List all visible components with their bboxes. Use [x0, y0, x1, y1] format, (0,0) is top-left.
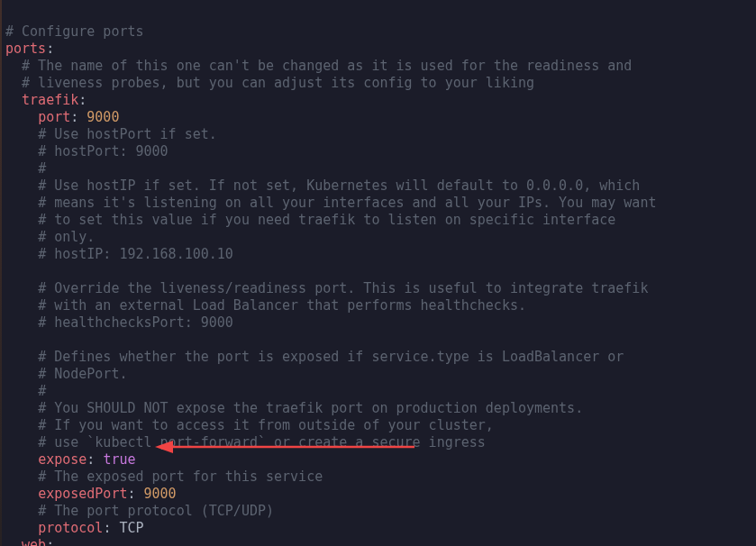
code-token: expose — [38, 451, 87, 468]
code-token: 9000 — [87, 109, 119, 125]
code-token: # only. — [38, 229, 95, 245]
code-token: # hostIP: 192.168.100.10 — [38, 246, 233, 262]
code-token: # Use hostPort if set. — [38, 126, 217, 142]
code-token: # — [38, 383, 46, 399]
code-token: # liveness probes, but you can adjust it… — [22, 75, 534, 91]
code-token: TCP — [111, 520, 143, 536]
code-token: true — [103, 451, 135, 468]
code-token: : — [46, 537, 54, 546]
code-block: # Configure ports ports: # The name of t… — [5, 23, 656, 546]
code-token: port — [38, 109, 70, 125]
code-token: : — [46, 41, 54, 57]
code-token: protocol — [38, 520, 103, 536]
code-token: exposedPort — [38, 486, 127, 502]
code-token: # The port protocol (TCP/UDP) — [38, 503, 274, 519]
code-token: : — [87, 451, 103, 468]
code-token: # — [38, 160, 46, 177]
code-token: ports — [5, 41, 46, 57]
code-token: : — [70, 109, 87, 125]
editor-left-border — [0, 0, 2, 546]
code-token: # The exposed port for this service — [38, 469, 323, 485]
code-token: # If you want to access it from outside … — [38, 417, 494, 433]
code-token: web — [22, 537, 46, 546]
code-token: # hostPort: 9000 — [38, 143, 169, 159]
code-token: : — [127, 486, 143, 502]
code-token: # to set this value if you need traefik … — [38, 212, 615, 228]
code-token: # NodePort. — [38, 366, 127, 382]
code-token: # use `kubectl port-forward` or create a… — [38, 434, 486, 450]
code-token: # means it's listening on all your inter… — [38, 195, 656, 211]
code-token: # Override the liveness/readiness port. … — [38, 280, 648, 296]
code-token: traefik — [22, 92, 78, 108]
code-token: # You SHOULD NOT expose the traefik port… — [38, 400, 583, 416]
code-token: # Configure ports — [5, 23, 144, 40]
code-token: 9000 — [144, 486, 177, 502]
code-token: # with an external Load Balancer that pe… — [38, 297, 526, 314]
code-token: # Use hostIP if set. If not set, Kuberne… — [38, 177, 640, 194]
code-token: # Defines whether the port is exposed if… — [38, 349, 624, 365]
code-token: : — [78, 92, 87, 108]
code-token: # healthchecksPort: 9000 — [38, 314, 233, 331]
code-token: # The name of this one can't be changed … — [22, 58, 632, 74]
